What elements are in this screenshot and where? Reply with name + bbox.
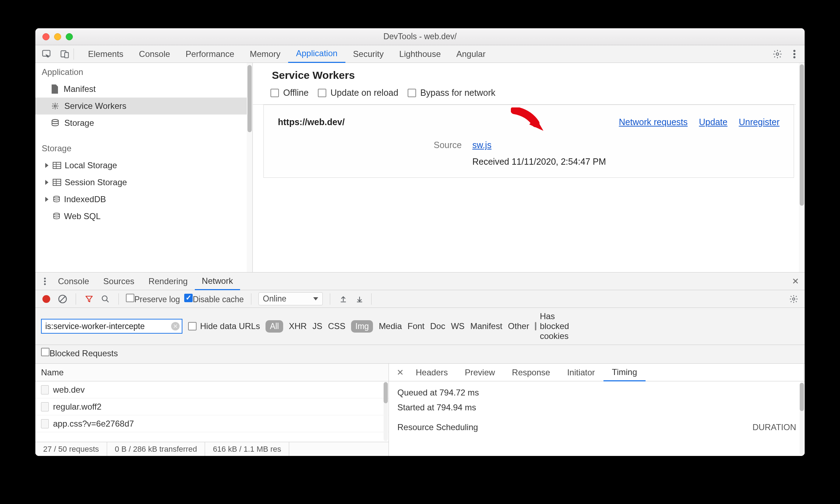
scrollbar[interactable] [247,63,252,272]
status-resources: 616 kB / 1.1 MB res [205,442,289,456]
traffic-light-close[interactable] [42,33,49,40]
filter-type-ws[interactable]: WS [451,321,465,331]
request-name: regular.woff2 [53,402,101,412]
throttling-value: Online [263,294,286,304]
filter-type-media[interactable]: Media [379,321,402,331]
detail-tab-preview[interactable]: Preview [456,364,503,381]
filter-type-img[interactable]: Img [351,320,373,333]
filter-input[interactable]: is:service-worker-intercepte ✕ [41,319,182,334]
filter-icon[interactable] [83,293,95,305]
drawer-close-icon[interactable]: ✕ [792,276,799,286]
filter-type-css[interactable]: CSS [328,321,345,331]
update-link[interactable]: Update [699,117,728,127]
drawer-tab-rendering[interactable]: Rendering [141,272,195,290]
traffic-light-zoom[interactable] [66,33,73,40]
request-row[interactable]: web.dev [35,381,389,398]
sidebar-item-indexeddb[interactable]: IndexedDB [35,191,252,208]
chevron-down-icon [313,297,318,300]
upload-icon[interactable] [337,293,349,305]
tab-lighthouse[interactable]: Lighthouse [391,45,448,63]
inspect-icon[interactable] [40,48,52,60]
drawer-tab-console[interactable]: Console [51,272,96,290]
tab-application[interactable]: Application [288,45,345,63]
table-icon [53,179,61,186]
sidebar-item-local-storage[interactable]: Local Storage [35,157,252,174]
svg-point-18 [54,213,60,215]
svg-rect-9 [53,162,61,169]
network-requests-link[interactable]: Network requests [619,117,688,127]
checkbox-label: Offline [283,88,309,98]
checkbox-label: Blocked Requests [49,348,118,358]
filter-type-doc[interactable]: Doc [430,321,445,331]
detail-tab-timing[interactable]: Timing [603,364,646,381]
gear-icon[interactable] [788,293,800,305]
svg-line-23 [60,296,65,301]
source-file-link[interactable]: sw.js [472,140,491,150]
database-icon [53,212,60,220]
received-value: Received 11/11/2020, 2:54:47 PM [472,157,780,167]
request-row[interactable]: regular.woff2 [35,398,389,415]
drawer-tab-network[interactable]: Network [195,272,240,290]
filter-type-other[interactable]: Other [508,321,529,331]
unregister-link[interactable]: Unregister [739,117,780,127]
offline-checkbox[interactable]: Offline [270,88,309,98]
filter-type-all[interactable]: All [266,320,283,333]
detail-tab-initiator[interactable]: Initiator [559,364,603,381]
preserve-log-checkbox[interactable]: Preserve log [126,294,180,304]
filter-type-manifest[interactable]: Manifest [470,321,502,331]
tab-performance[interactable]: Performance [178,45,242,63]
sidebar-item-service-workers[interactable]: Service Workers [35,98,252,115]
has-blocked-cookies-checkbox[interactable]: Has blocked cookies [535,311,540,341]
filter-type-js[interactable]: JS [313,321,322,331]
window-title: DevTools - web.dev/ [35,32,805,41]
request-name: web.dev [53,385,84,395]
tab-console[interactable]: Console [131,45,178,63]
detail-tab-response[interactable]: Response [503,364,559,381]
svg-point-19 [44,277,46,279]
sidebar-item-storage[interactable]: Storage [35,115,252,131]
sidebar-item-websql[interactable]: Web SQL [35,208,252,225]
request-row[interactable]: app.css?v=6e2768d7 [35,415,389,432]
tab-security[interactable]: Security [345,45,392,63]
timing-queued: Queued at 794.72 ms [397,388,796,398]
tab-angular[interactable]: Angular [449,45,494,63]
tab-memory[interactable]: Memory [242,45,288,63]
disable-cache-checkbox[interactable]: Disable cache [184,294,244,304]
svg-point-17 [54,196,60,198]
traffic-light-minimize[interactable] [54,33,61,40]
source-label: Source [359,140,472,150]
blocked-requests-checkbox[interactable]: Blocked Requests [41,348,118,358]
filter-type-font[interactable]: Font [408,321,425,331]
bypass-network-checkbox[interactable]: Bypass for network [408,88,496,98]
sidebar-item-label: Service Workers [64,101,127,111]
file-icon [41,385,49,394]
gear-icon[interactable] [771,48,783,60]
hide-data-urls-checkbox[interactable]: Hide data URLs [188,321,260,331]
throttling-dropdown[interactable]: Online [258,292,323,305]
sidebar-item-session-storage[interactable]: Session Storage [35,174,252,191]
scrollbar[interactable] [799,63,805,272]
sidebar-item-label: IndexedDB [64,194,106,204]
record-button[interactable] [40,293,52,305]
scrollbar[interactable] [800,383,804,455]
sidebar-item-label: Storage [64,118,94,128]
download-icon[interactable] [354,293,366,305]
kebab-menu-icon[interactable] [39,275,51,287]
update-on-reload-checkbox[interactable]: Update on reload [318,88,398,98]
sidebar-item-manifest[interactable]: Manifest [35,81,252,98]
clear-filter-icon[interactable]: ✕ [171,322,180,330]
scrollbar[interactable] [384,382,388,441]
sidebar-item-label: Manifest [64,84,96,94]
tab-elements[interactable]: Elements [80,45,131,63]
svg-point-7 [54,105,56,107]
svg-point-4 [793,50,795,52]
device-toolbar-icon[interactable] [59,48,71,60]
kebab-menu-icon[interactable] [788,48,800,60]
drawer-tab-sources[interactable]: Sources [96,272,141,290]
close-detail-icon[interactable]: ✕ [393,368,407,377]
detail-tab-headers[interactable]: Headers [407,364,456,381]
checkbox-label: Preserve log [134,295,180,304]
clear-icon[interactable] [57,293,69,305]
filter-type-xhr[interactable]: XHR [289,321,307,331]
search-icon[interactable] [99,293,111,305]
